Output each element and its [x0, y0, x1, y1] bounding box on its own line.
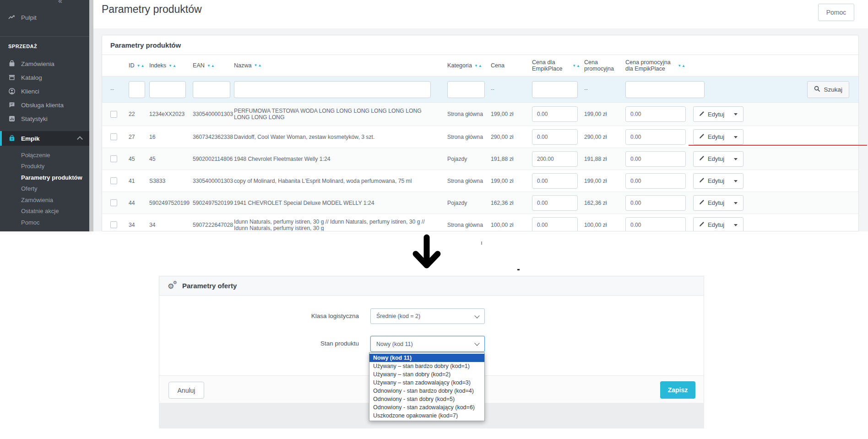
column-header-cena-promocyjna-dla-empikplace[interactable]: Cena promocyjna dla EmpikPlace▼▲ — [625, 59, 689, 72]
dropdown-option[interactable]: Używany – stan bardzo dobry (kod=1) — [369, 362, 484, 370]
dropdown-option[interactable]: Odnowiony - stan dobry (kod=5) — [369, 395, 484, 403]
cell-nazwa-value: 1941 CHEVROLET Special Deluxe MODEL WELL… — [234, 200, 374, 206]
sidebar-subitem-ostatnie-akcje[interactable]: Ostatnie akcje — [0, 206, 89, 217]
filter-cell-actions: Szukaj — [689, 81, 858, 98]
dropdown-option[interactable]: Odnowiony - stan zadowalający (kod=6) — [369, 403, 484, 412]
dropdown-option[interactable]: Nowy (kod 11) — [369, 354, 484, 362]
sort-icon[interactable]: ▼▲ — [572, 64, 580, 68]
sidebar-item-pulpit[interactable]: Pulpit — [0, 10, 89, 25]
sidebar-subitem-parametry-produktow[interactable]: Parametry produktów — [0, 172, 89, 183]
cell-nazwa-value: Idunn Naturals, perfumy istiren, 30 g //… — [234, 219, 437, 231]
promo-price-empikplace-input[interactable] — [625, 151, 686, 167]
sidebar-subitem-pomoc[interactable]: Pomoc — [0, 217, 89, 228]
annotation-red-underline — [689, 145, 867, 146]
sidebar: « Pulpit SPRZEDAŻ ZamówieniaKatalogKlien… — [0, 0, 89, 231]
save-button[interactable]: Zapisz — [660, 381, 695, 399]
page-title: Parametry produktów — [102, 3, 202, 16]
filter-input-indeks[interactable] — [149, 81, 186, 98]
dropdown-option[interactable]: Używany – stan dobry (kod=2) — [369, 370, 484, 379]
row-checkbox[interactable] — [110, 221, 117, 228]
sort-icon[interactable]: ▼▲ — [137, 64, 145, 68]
sidebar-subitem-polaczenie[interactable]: Połączenie — [0, 149, 89, 161]
cell-ean-value: 3607342362338 — [193, 134, 233, 140]
edit-button[interactable]: Edytuj — [693, 106, 743, 122]
sidebar-scrollbar[interactable] — [89, 0, 93, 231]
row-checkbox[interactable] — [110, 177, 117, 184]
row-actions-cell: Edytuj — [689, 217, 858, 232]
filter-input-kategoria[interactable] — [447, 81, 485, 98]
sort-icon[interactable]: ▼▲ — [474, 64, 483, 68]
cell-cena-promocyjna-value: 290,00 zł — [584, 134, 607, 140]
sort-icon[interactable]: ▼▲ — [168, 64, 177, 68]
edit-button[interactable]: Edytuj — [693, 217, 743, 232]
dropdown-option[interactable]: Uszkodzone opakowanie (kod=7) — [369, 412, 484, 420]
pencil-icon — [699, 199, 705, 206]
sidebar-item-klienci[interactable]: Klienci — [0, 84, 89, 98]
edit-button[interactable]: Edytuj — [693, 151, 743, 167]
sidebar-subitem-produkty[interactable]: Produkty — [0, 161, 89, 172]
cell-kategoria-value: Pojazdy — [447, 200, 467, 206]
row-checkbox[interactable] — [110, 111, 117, 118]
column-header-ean[interactable]: EAN▼▲ — [193, 62, 234, 69]
cell-cena: 100,00 zł — [491, 222, 532, 228]
search-button[interactable]: Szukaj — [807, 81, 849, 98]
edit-button[interactable]: Edytuj — [693, 129, 743, 145]
edit-button[interactable]: Edytuj — [693, 173, 743, 189]
filter-cell-cena-dla-empikplace — [532, 81, 584, 98]
cell-kategoria: Strona główna — [447, 134, 491, 140]
filter-input-nazwa[interactable] — [234, 81, 431, 98]
help-button[interactable]: Pomoc — [818, 4, 854, 21]
dropdown-option[interactable]: Odnowiony - stan bardzo dobry (kod=4) — [369, 387, 484, 395]
sidebar-subitem-oferty[interactable]: Oferty — [0, 183, 89, 195]
column-header-nazwa[interactable]: Nazwa▼▲ — [234, 62, 447, 69]
dropdown-option[interactable]: Używany – stan zadowalający (kod=3) — [369, 379, 484, 387]
logistic-class-select[interactable]: Średnie (kod = 2) — [370, 308, 485, 324]
row-checkbox-cell — [110, 177, 129, 184]
filter-input-cena-dla-empikplace[interactable] — [532, 81, 578, 98]
filter-input-id[interactable] — [129, 81, 145, 98]
price-empikplace-input[interactable] — [532, 195, 578, 211]
price-empikplace-input[interactable] — [532, 217, 578, 232]
row-checkbox[interactable] — [110, 199, 117, 206]
sort-icon[interactable]: ▼▲ — [254, 62, 262, 69]
price-empikplace-input[interactable] — [532, 106, 578, 122]
table-row: 221234eXX20233305400001303PERFUMOWA TEST… — [102, 103, 858, 126]
sidebar-item-katalog[interactable]: Katalog — [0, 71, 89, 84]
cell-ean: 5907222647028 — [193, 222, 234, 228]
filter-input-cena-promocyjna-dla-empikplace[interactable] — [625, 81, 705, 98]
promo-price-empikplace-input[interactable] — [625, 173, 686, 189]
column-header-id[interactable]: ID▼▲ — [129, 62, 149, 69]
sort-icon[interactable]: ▼▲ — [678, 64, 686, 68]
price-empikplace-input[interactable] — [532, 151, 578, 167]
promo-price-empikplace-input[interactable] — [625, 195, 686, 211]
sidebar-item-empik[interactable]: Empik — [0, 131, 89, 146]
sort-icon[interactable]: ▼▲ — [207, 64, 215, 68]
cell-cena-value: 199,00 zł — [491, 178, 513, 184]
promo-price-empikplace-input[interactable] — [625, 106, 686, 122]
column-header-cena-dla-empikplace[interactable]: Cena dla EmpikPlace▼▲ — [532, 59, 584, 72]
cell-indeks: 16 — [149, 134, 193, 140]
sidebar-item-statystyki[interactable]: Statystyki — [0, 112, 89, 126]
cell-ean-value: 3305400001303 — [193, 111, 233, 117]
sidebar-collapse-icon[interactable]: « — [58, 0, 62, 5]
cell-cena-promocyjna-value: 199,00 zł — [584, 111, 607, 117]
filter-input-ean[interactable] — [193, 81, 230, 98]
price-empikplace-input[interactable] — [532, 129, 578, 145]
cancel-button[interactable]: Anuluj — [168, 382, 204, 399]
edit-button[interactable]: Edytuj — [693, 195, 743, 211]
sidebar-subitem-zamowienia[interactable]: Zamówienia — [0, 194, 89, 206]
promo-price-empikplace-input[interactable] — [625, 217, 686, 232]
promo-price-empikplace-input[interactable] — [625, 129, 686, 145]
sidebar-item-zamowienia[interactable]: Zamówienia — [0, 57, 89, 71]
cell-nazwa-value: Davidoff, Cool Water Woman, zestaw kosme… — [234, 134, 374, 140]
sidebar-item-obsluga-klienta[interactable]: Obsługa klienta — [0, 98, 89, 112]
column-header-kategoria[interactable]: Kategoria▼▲ — [447, 62, 491, 69]
row-checkbox[interactable] — [110, 133, 117, 140]
promo-price-empikplace-input-cell — [625, 195, 689, 211]
product-condition-select[interactable]: Nowy (kod 11) — [370, 336, 485, 352]
column-header-indeks[interactable]: Indeks▼▲ — [149, 62, 193, 69]
filter-cell-cena-promocyjna-dla-empikplace — [625, 81, 689, 98]
filter-cell-cena: -- — [491, 86, 532, 93]
row-checkbox[interactable] — [110, 155, 117, 162]
price-empikplace-input[interactable] — [532, 173, 578, 189]
